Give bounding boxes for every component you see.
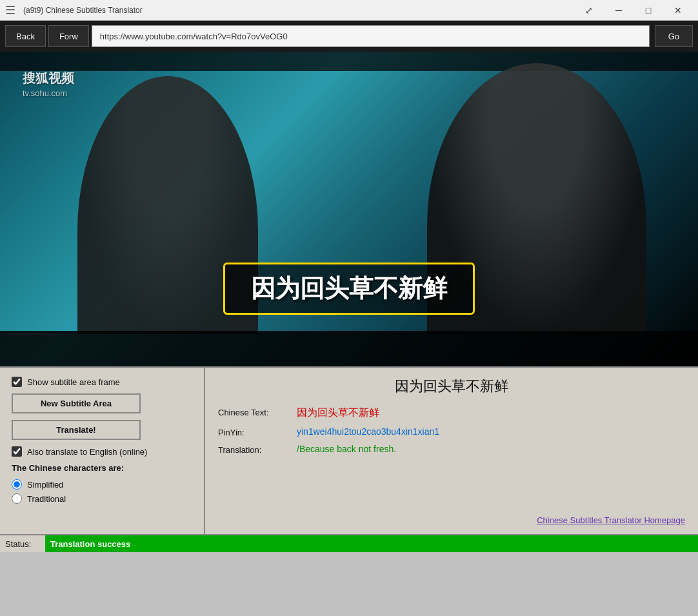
app-title: (a9t9) Chinese Subtitles Translator: [23, 6, 574, 15]
watermark-line1: 搜狐视频: [23, 70, 74, 87]
show-subtitle-label: Show subtitle area frame: [27, 377, 120, 387]
video-background: 搜狐视频 tv.sohu.com 因为回头草不新鲜: [0, 52, 698, 366]
video-top-bar: [0, 52, 698, 71]
status-label: Status:: [0, 539, 45, 549]
nav-bar: Back Forw Go: [0, 21, 698, 52]
close-button[interactable]: ✕: [663, 0, 693, 21]
char-type-radio-group: Simplified Traditional: [12, 479, 192, 504]
go-button[interactable]: Go: [655, 25, 693, 47]
close-icon: ✕: [674, 5, 682, 15]
subtitle-overlay: 因为回头草不新鲜: [223, 263, 475, 315]
chinese-text-row: Chinese Text: 因为回头草不新鲜: [218, 406, 685, 420]
also-translate-row: Also translate to English (online): [12, 446, 192, 457]
status-value: Translation success: [45, 535, 698, 552]
pinyin-label: PinYin:: [218, 426, 289, 437]
chinese-text-value: 因为回头草不新鲜: [297, 406, 685, 420]
forward-button[interactable]: Forw: [48, 25, 89, 47]
controls-panel: Show subtitle area frame New Subtitle Ar…: [0, 366, 698, 534]
result-title: 因为回头草不新鲜: [218, 377, 685, 396]
menu-icon[interactable]: ☰: [5, 3, 15, 17]
traditional-radio[interactable]: [12, 493, 22, 504]
translation-row: Translation: /Because back not fresh.: [218, 444, 685, 455]
title-bar: ☰ (a9t9) Chinese Subtitles Translator ⤢ …: [0, 0, 698, 21]
minimize-button[interactable]: ─: [604, 0, 633, 21]
minimize-icon: ─: [615, 5, 622, 15]
new-subtitle-area-button[interactable]: New Subtitle Area: [12, 393, 141, 413]
simplified-radio[interactable]: [12, 479, 22, 490]
traditional-label: Traditional: [27, 494, 66, 504]
restore-icon: ⤢: [585, 5, 593, 15]
char-type-label: The Chinese characters are:: [12, 463, 192, 473]
url-bar[interactable]: [92, 25, 650, 47]
also-translate-checkbox[interactable]: [12, 446, 22, 457]
traditional-row: Traditional: [12, 493, 192, 504]
status-bar: Status: Translation success: [0, 534, 698, 552]
pinyin-value: yin1wei4hui2tou2cao3bu4xin1xian1: [297, 426, 685, 437]
homepage-link[interactable]: Chinese Subtitles Translator Homepage: [218, 515, 685, 525]
maximize-button[interactable]: □: [633, 0, 663, 21]
left-panel: Show subtitle area frame New Subtitle Ar…: [0, 368, 205, 534]
simplified-label: Simplified: [27, 480, 63, 490]
right-panel: 因为回头草不新鲜 Chinese Text: 因为回头草不新鲜 PinYin: …: [205, 368, 698, 534]
window-controls: ⤢ ─ □ ✕: [574, 0, 693, 21]
also-translate-label: Also translate to English (online): [27, 447, 147, 457]
watermark-line2: tv.sohu.com: [23, 88, 74, 98]
translation-label: Translation:: [218, 444, 289, 455]
watermark: 搜狐视频 tv.sohu.com: [23, 70, 74, 98]
pinyin-row: PinYin: yin1wei4hui2tou2cao3bu4xin1xian1: [218, 426, 685, 437]
restore-icon-btn[interactable]: ⤢: [574, 0, 604, 21]
chinese-text-label: Chinese Text:: [218, 406, 289, 417]
show-subtitle-checkbox[interactable]: [12, 377, 22, 387]
translate-button[interactable]: Translate!: [12, 420, 141, 440]
simplified-row: Simplified: [12, 479, 192, 490]
video-bottom-bar: [0, 331, 698, 366]
video-subtitle-text: 因为回头草不新鲜: [251, 275, 447, 302]
video-area: 搜狐视频 tv.sohu.com 因为回头草不新鲜: [0, 52, 698, 366]
show-subtitle-row: Show subtitle area frame: [12, 377, 192, 387]
back-button[interactable]: Back: [5, 25, 46, 47]
translation-value: /Because back not fresh.: [297, 444, 685, 454]
maximize-icon: □: [646, 5, 651, 15]
